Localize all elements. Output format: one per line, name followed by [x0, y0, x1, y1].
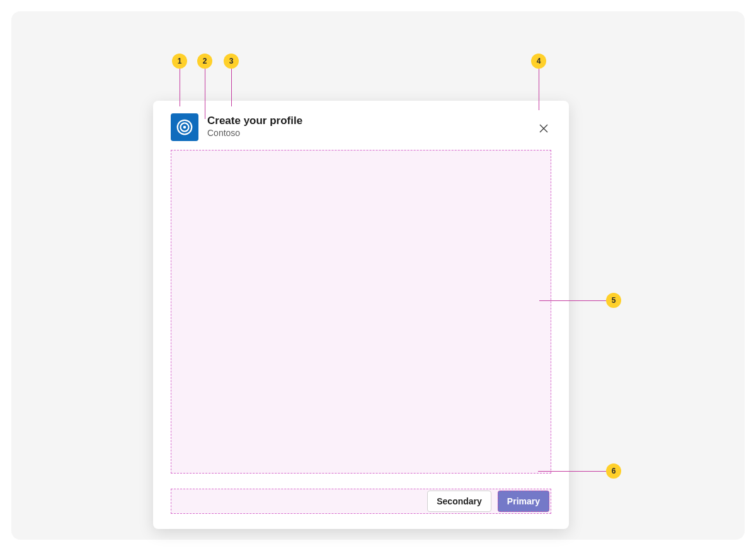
svg-point-2 — [183, 126, 186, 129]
primary-button-label: Primary — [507, 497, 540, 506]
close-icon — [539, 123, 549, 133]
dialog-subtitle: Contoso — [207, 127, 551, 139]
diagram-canvas: 1 2 3 4 5 6 Create your profile Contoso — [11, 11, 745, 540]
callout-4: 4 — [531, 54, 546, 69]
secondary-button-label: Secondary — [437, 497, 482, 506]
leader-line — [538, 471, 606, 472]
dialog-footer: Secondary Primary — [171, 489, 551, 514]
callout-5: 5 — [606, 293, 621, 308]
callout-6: 6 — [606, 463, 621, 479]
dialog-header: Create your profile Contoso — [171, 113, 551, 141]
app-brand-icon — [171, 113, 198, 141]
callout-3: 3 — [224, 54, 239, 69]
leader-line — [180, 69, 180, 106]
dialog-surface: Create your profile Contoso Secondary Pr… — [153, 101, 569, 529]
leader-line — [205, 69, 205, 119]
dialog-content-area — [171, 150, 551, 474]
primary-button[interactable]: Primary — [498, 491, 549, 512]
dialog-title: Create your profile — [207, 115, 551, 127]
swirl-icon — [175, 118, 194, 137]
leader-line — [539, 300, 606, 301]
callout-2: 2 — [197, 54, 212, 69]
secondary-button[interactable]: Secondary — [427, 491, 491, 512]
dialog-title-block: Create your profile Contoso — [207, 113, 551, 139]
callout-1: 1 — [172, 54, 187, 69]
leader-line — [231, 69, 232, 106]
close-button[interactable] — [535, 120, 553, 137]
leader-line — [539, 69, 539, 110]
